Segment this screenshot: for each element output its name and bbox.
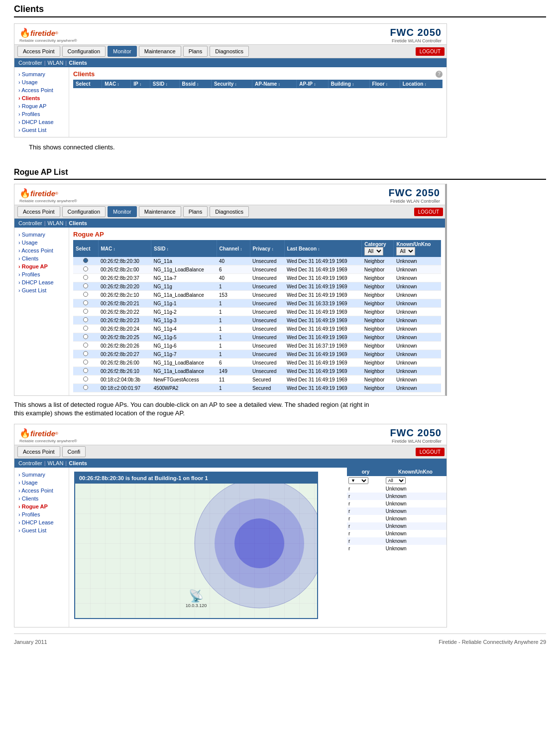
logo-tagline: Reliable connectivity anywhere® bbox=[19, 38, 77, 43]
row-radio[interactable] bbox=[83, 283, 88, 288]
rogue-col-ssid[interactable]: SSID bbox=[151, 240, 217, 257]
sidebar-summary-1[interactable]: Summary bbox=[14, 70, 69, 78]
sidebar-profiles-3[interactable]: Profiles bbox=[14, 510, 69, 518]
col-mac[interactable]: MAC bbox=[102, 80, 131, 88]
col-ssid[interactable]: SSID bbox=[150, 80, 179, 88]
nav-plans-2[interactable]: Plans bbox=[183, 206, 208, 217]
row-radio[interactable] bbox=[83, 360, 88, 365]
sidebar-rogueap-1[interactable]: Rogue AP bbox=[14, 102, 69, 110]
known-filter[interactable]: All bbox=[396, 247, 415, 255]
nav-bar-1: Access Point Configuration Monitor Maint… bbox=[14, 44, 447, 58]
row-radio[interactable] bbox=[83, 275, 88, 280]
nav-configuration-3[interactable]: Confi bbox=[62, 446, 86, 457]
nav-diagnostics-2[interactable]: Diagnostics bbox=[210, 206, 249, 217]
sidebar-profiles-1[interactable]: Profiles bbox=[14, 110, 69, 118]
rogue-col-channel[interactable]: Channel bbox=[217, 240, 250, 257]
row-radio[interactable] bbox=[83, 258, 88, 263]
sidebar-clients-2[interactable]: Clients bbox=[14, 254, 69, 262]
nav-maintenance-2[interactable]: Maintenance bbox=[139, 206, 181, 217]
nav-maintenance-1[interactable]: Maintenance bbox=[139, 46, 181, 57]
row-radio[interactable] bbox=[83, 317, 88, 322]
popup-dialog[interactable]: 00:26:f2:8b:20:30 is found at Building-1… bbox=[74, 472, 318, 619]
nav-diagnostics-1[interactable]: Diagnostics bbox=[210, 46, 249, 57]
panel-title-clients: Clients bbox=[73, 70, 95, 78]
sidebar-usage-2[interactable]: Usage bbox=[14, 239, 69, 247]
firetide-wordmark: firetide bbox=[30, 29, 55, 37]
bc-controller-2[interactable]: Controller bbox=[18, 220, 42, 226]
row-radio[interactable] bbox=[83, 343, 88, 348]
row-cell-known: Unknown bbox=[394, 257, 441, 265]
bc-wlan-2[interactable]: WLAN bbox=[48, 220, 64, 226]
row-radio[interactable] bbox=[83, 309, 88, 314]
col-security[interactable]: Security bbox=[211, 80, 252, 88]
nav-configuration-2[interactable]: Configuration bbox=[62, 206, 106, 217]
nav-plans-1[interactable]: Plans bbox=[183, 46, 208, 57]
rogue-col-beacon[interactable]: Last Beacon bbox=[284, 240, 362, 257]
row-cell-beacon: Wed Dec 31 16:49:19 1969 bbox=[284, 291, 362, 299]
row-cell-mac: 00:26:f2:8b:2c:10 bbox=[98, 291, 151, 299]
sidebar-usage-1[interactable]: Usage bbox=[14, 78, 69, 86]
logout-button-1[interactable]: LOGOUT bbox=[416, 47, 445, 56]
row-cell-beacon: Wed Dec 31 16:49:19 1969 bbox=[284, 367, 362, 375]
row-radio[interactable] bbox=[83, 300, 88, 305]
content-panel-1: Clients ? Select MAC IP SSID Bssid Secur… bbox=[69, 67, 447, 137]
col-floor[interactable]: Floor bbox=[369, 80, 400, 88]
bg-known-filter[interactable]: All bbox=[386, 477, 406, 484]
col-ip[interactable]: IP bbox=[131, 80, 150, 88]
col-apname[interactable]: AP-Name bbox=[252, 80, 296, 88]
sidebar-rogueap-3[interactable]: Rogue AP bbox=[14, 502, 69, 510]
nav-access-point-3[interactable]: Access Point bbox=[17, 446, 60, 457]
fw-logo-1: 🔥 firetide ® Reliable connectivity anywh… bbox=[19, 27, 77, 43]
logo-tagline-3: Reliable connectivity anywhere® bbox=[19, 439, 77, 443]
row-radio[interactable] bbox=[83, 292, 88, 297]
sidebar-summary-3[interactable]: Summary bbox=[14, 471, 69, 479]
bc-controller-1[interactable]: Controller bbox=[18, 60, 42, 66]
col-building[interactable]: Building bbox=[328, 80, 369, 88]
nav-access-point-1[interactable]: Access Point bbox=[17, 46, 60, 57]
row-radio[interactable] bbox=[83, 266, 88, 271]
bc-wlan-1[interactable]: WLAN bbox=[48, 60, 64, 66]
sidebar-guestlist-2[interactable]: Guest List bbox=[14, 286, 69, 294]
nav-monitor-1[interactable]: Monitor bbox=[108, 46, 137, 57]
sidebar-accesspoint-3[interactable]: Access Point bbox=[14, 487, 69, 495]
sidebar-dhcplease-3[interactable]: DHCP Lease bbox=[14, 518, 69, 526]
sidebar-accesspoint-1[interactable]: Access Point bbox=[14, 86, 69, 94]
sidebar-usage-3[interactable]: Usage bbox=[14, 479, 69, 487]
bg-cat-filter[interactable]: ▼ bbox=[348, 477, 368, 484]
rogue-col-mac[interactable]: MAC bbox=[98, 240, 151, 257]
row-radio[interactable] bbox=[83, 326, 88, 331]
nav-configuration-1[interactable]: Configuration bbox=[62, 46, 106, 57]
sidebar-guestlist-3[interactable]: Guest List bbox=[14, 526, 69, 534]
sidebar-clients-1[interactable]: Clients bbox=[14, 94, 69, 102]
bc-controller-3[interactable]: Controller bbox=[18, 460, 42, 466]
logout-button-2[interactable]: LOGOUT bbox=[414, 208, 443, 216]
sidebar-accesspoint-2[interactable]: Access Point bbox=[14, 247, 69, 254]
row-radio[interactable] bbox=[83, 334, 88, 339]
col-apip[interactable]: AP-IP bbox=[297, 80, 329, 88]
col-location[interactable]: Location bbox=[400, 80, 442, 88]
row-radio[interactable] bbox=[83, 351, 88, 356]
category-filter[interactable]: All bbox=[364, 247, 383, 255]
nav-access-point-2[interactable]: Access Point bbox=[17, 206, 60, 217]
row-radio[interactable] bbox=[83, 368, 88, 373]
ap-symbol: 📡 bbox=[186, 589, 207, 603]
logout-button-3[interactable]: LOGOUT bbox=[416, 448, 445, 456]
bc-wlan-3[interactable]: WLAN bbox=[48, 460, 64, 466]
sidebar-profiles-2[interactable]: Profiles bbox=[14, 270, 69, 278]
nav-monitor-2[interactable]: Monitor bbox=[108, 206, 137, 217]
row-cell-privacy: Unsecured bbox=[250, 325, 284, 333]
help-icon-1[interactable]: ? bbox=[436, 71, 443, 78]
col-bssid[interactable]: Bssid bbox=[179, 80, 211, 88]
sidebar-summary-2[interactable]: Summary bbox=[14, 231, 69, 239]
sidebar-clients-3[interactable]: Clients bbox=[14, 495, 69, 502]
row-radio[interactable] bbox=[83, 385, 88, 390]
sidebar-guestlist-1[interactable]: Guest List bbox=[14, 126, 69, 134]
sidebar-dhcplease-2[interactable]: DHCP Lease bbox=[14, 278, 69, 286]
row-cell-mac: 00:26:f2:8b:26:00 bbox=[98, 359, 151, 367]
row-cell-category: Neighbor bbox=[362, 375, 394, 384]
row-cell-channel: 6 bbox=[217, 265, 250, 274]
sidebar-rogueap-2[interactable]: Rogue AP bbox=[14, 262, 69, 270]
row-radio[interactable] bbox=[83, 376, 88, 381]
rogue-col-privacy[interactable]: Privacy bbox=[250, 240, 284, 257]
sidebar-dhcplease-1[interactable]: DHCP Lease bbox=[14, 118, 69, 126]
